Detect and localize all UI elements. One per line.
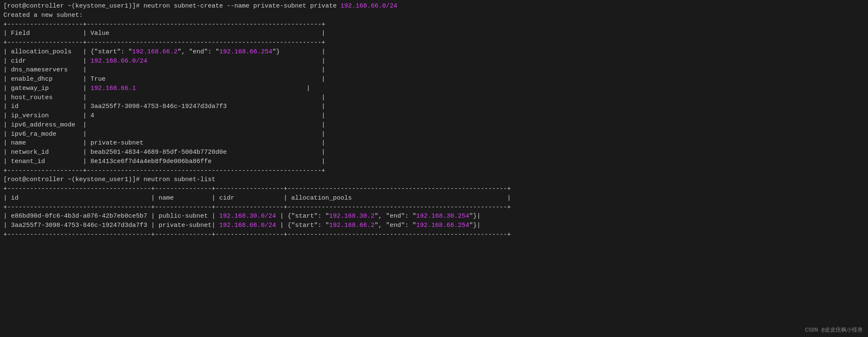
row-ipv6-ra-mode: | ipv6_ra_mode | | — [3, 130, 865, 139]
cmd1-ip: 192.168.66.0/24 — [340, 3, 397, 10]
command-line-2: [root@controller ~(keystone_user1)]# neu… — [3, 175, 865, 184]
created-line: Created a new subnet: — [3, 11, 865, 20]
row-allocation-pools: | allocation_pools | {"start": "192.168.… — [3, 47, 865, 57]
list-row-public: | e86bd90d-0fc6-4b3d-a076-42b7eb0ce5b7 |… — [3, 212, 865, 221]
row-network-id: | network_id | beab2501-4834-4689-85df-5… — [3, 148, 865, 157]
row-tenant-id: | tenant_id | 8e1413ce6f7d4a4eb8f9de006b… — [3, 157, 865, 166]
divider-1: +--------------------+------------------… — [3, 20, 865, 29]
row-enable-dhcp: | enable_dhcp | True | — [3, 75, 865, 84]
row-host-routes: | host_routes | | — [3, 93, 865, 103]
terminal: [root@controller ~(keystone_user1)]# neu… — [0, 0, 868, 337]
row-ipv6-address-mode: | ipv6_address_mode | | — [3, 121, 865, 130]
cmd1-prefix: [root@controller ~(keystone_user1)]# neu… — [3, 3, 340, 10]
row-id: | id | 3aa255f7-3098-4753-846c-19247d3da… — [3, 102, 865, 111]
list-table-header: | id | name | cidr | allocation_pools | — [3, 194, 865, 203]
list-row-private: | 3aa255f7-3098-4753-846c-19247d3da7f3 |… — [3, 221, 865, 230]
divider-3: +--------------------+------------------… — [3, 166, 865, 176]
list-divider-3: +--------------------------------------+… — [3, 230, 865, 240]
row-name: | name | private-subnet | — [3, 139, 865, 148]
row-ip-version: | ip_version | 4 | — [3, 111, 865, 121]
list-divider-1: +--------------------------------------+… — [3, 184, 865, 194]
row-cidr: | cidr | 192.168.66.0/24 | — [3, 57, 865, 66]
command-line-1: [root@controller ~(keystone_user1)]# neu… — [3, 2, 865, 11]
watermark: CSDN @皮皮疣枫小怪兽 — [805, 326, 863, 334]
row-gateway-ip: | gateway_ip | 192.168.66.1 | — [3, 84, 865, 93]
table-header: | Field | Value | — [3, 29, 865, 38]
row-dns: | dns_nameservers | | — [3, 66, 865, 75]
divider-2: +--------------------+------------------… — [3, 38, 865, 47]
list-divider-2: +--------------------------------------+… — [3, 203, 865, 212]
